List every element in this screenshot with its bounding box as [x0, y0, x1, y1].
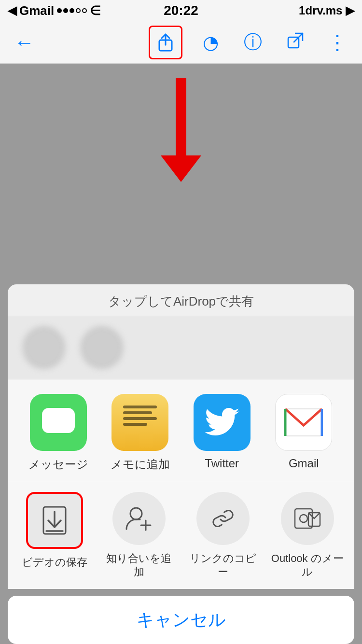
carrier-label: Gmail	[19, 3, 54, 18]
avatar-2[interactable]	[80, 326, 124, 369]
nav-bar: ← ◔ ⓘ ⋮	[0, 21, 362, 64]
messages-label: メッセージ	[28, 457, 88, 472]
save-video-label: ビデオの保存	[22, 556, 87, 570]
wifi-icon: ∈	[90, 3, 101, 18]
app-twitter[interactable]: Twitter	[188, 394, 256, 470]
content-area: タップしてAirDropで共有 メッセージ	[0, 64, 362, 644]
gmail-label: Gmail	[289, 457, 319, 470]
status-bar: ◀ Gmail ∈ 20:22 1drv.ms ▶	[0, 0, 362, 21]
drive-icon[interactable]: ◔	[196, 32, 225, 53]
status-time: 20:22	[164, 3, 198, 18]
copy-link-label: リンクのコピー	[187, 552, 259, 579]
twitter-label: Twitter	[205, 457, 239, 470]
svg-rect-15	[295, 509, 312, 528]
airdrop-section: タップしてAirDropで共有	[8, 284, 354, 379]
app-gmail[interactable]: Gmail	[270, 394, 337, 470]
actions-row: ビデオの保存 知り合いを追加	[8, 482, 354, 589]
notes-label: メモに追加	[111, 457, 170, 472]
action-add-contact[interactable]: 知り合いを追加	[103, 492, 175, 579]
copy-link-icon	[196, 492, 250, 545]
status-left: ◀ Gmail ∈	[8, 3, 101, 18]
add-contact-icon	[112, 492, 166, 545]
back-button[interactable]: ←	[10, 31, 39, 54]
action-copy-link[interactable]: リンクのコピー	[187, 492, 259, 579]
airdrop-label: タップしてAirDropで共有	[8, 284, 354, 316]
signal-dots	[57, 8, 87, 13]
cancel-button[interactable]: キャンセル	[137, 608, 226, 632]
open-icon[interactable]	[281, 32, 310, 53]
avatar-1[interactable]	[22, 326, 66, 369]
share-sheet: タップしてAirDropで共有 メッセージ	[0, 284, 362, 644]
gmail-icon	[275, 394, 332, 451]
red-arrow	[161, 78, 201, 182]
save-video-icon	[26, 492, 83, 549]
action-save-video[interactable]: ビデオの保存	[18, 492, 91, 570]
share-button[interactable]	[149, 26, 182, 59]
info-icon[interactable]: ⓘ	[238, 30, 267, 55]
svg-rect-4	[42, 408, 75, 433]
forward-chevron-icon: ▶	[346, 4, 354, 17]
cancel-section: キャンセル	[8, 596, 354, 644]
app-messages[interactable]: メッセージ	[25, 394, 92, 472]
more-icon[interactable]: ⋮	[323, 30, 352, 54]
back-chevron-icon: ◀	[8, 4, 16, 17]
messages-icon	[30, 394, 87, 451]
status-right: 1drv.ms ▶	[299, 4, 354, 17]
app-notes[interactable]: メモに追加	[106, 394, 174, 472]
outlook-label: Outlook のメール	[271, 552, 344, 579]
action-outlook[interactable]: Outlook のメール	[271, 492, 344, 579]
notes-icon	[111, 394, 168, 451]
outlook-icon	[281, 492, 334, 545]
apps-row: メッセージ メモに追加	[8, 379, 354, 482]
domain-label: 1drv.ms	[299, 4, 342, 17]
add-contact-label: 知り合いを追加	[106, 552, 171, 579]
svg-point-16	[300, 515, 307, 522]
twitter-icon	[194, 394, 251, 451]
airdrop-avatars	[8, 316, 354, 379]
svg-point-12	[130, 508, 142, 519]
